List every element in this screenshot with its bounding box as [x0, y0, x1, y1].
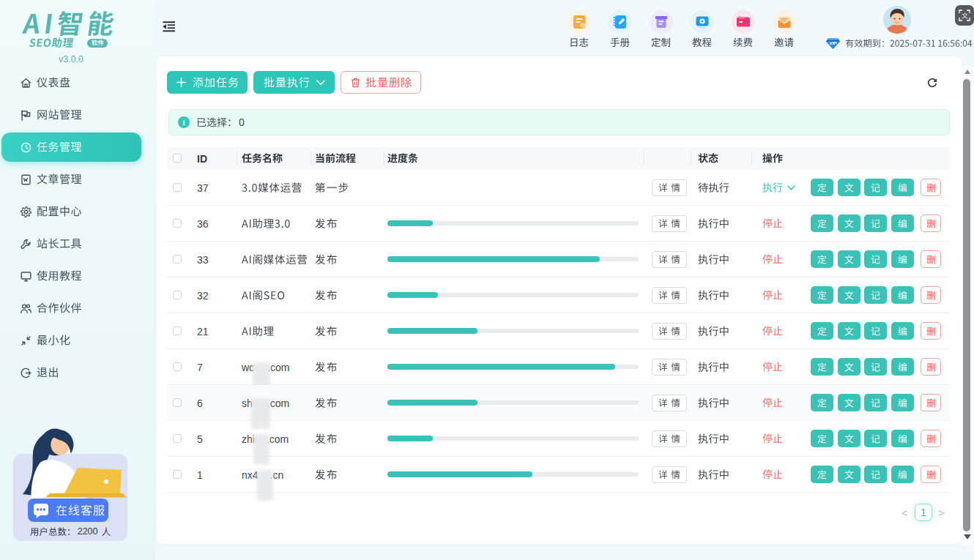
svg-text:VIP: VIP	[830, 40, 838, 45]
